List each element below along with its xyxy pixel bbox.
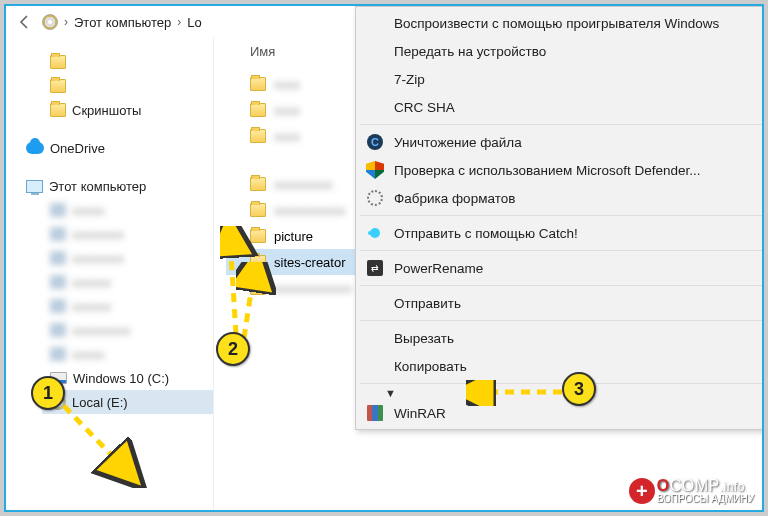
blank-icon — [366, 329, 384, 347]
ctx-label: Копировать — [394, 359, 467, 374]
ctx-label: Отправить с помощью Catch! — [394, 226, 578, 241]
ctx-label: WinRAR — [394, 406, 446, 421]
tree-item-drive-e[interactable]: Local (E:) — [42, 390, 213, 414]
file-name: picture — [274, 229, 313, 244]
folder-icon — [250, 103, 266, 117]
onedrive-icon — [26, 142, 44, 154]
blank-icon — [366, 98, 384, 116]
ctx-send-to[interactable]: Отправить — [356, 289, 764, 317]
tree-item-screenshots[interactable]: Скриншоты — [42, 98, 213, 122]
file-name: sites-creator — [274, 255, 346, 270]
ctx-powerrename[interactable]: ⇄PowerRename — [356, 254, 764, 282]
breadcrumb[interactable]: › Этот компьютер › Lo — [42, 14, 202, 30]
ctx-cut[interactable]: Вырезать — [356, 324, 764, 352]
tree-label: xxxxxx — [72, 299, 111, 314]
tree-label: xxxxxxxxx — [72, 323, 131, 338]
annotation-marker-2: 2 — [216, 332, 250, 366]
tree-label: Local (E:) — [72, 395, 128, 410]
separator — [360, 285, 763, 286]
folder-icon — [250, 77, 266, 91]
tree-label: xxxxx — [72, 203, 105, 218]
watermark: + OCOMP.info вопросы админу — [629, 478, 754, 504]
chevron-right-icon: › — [64, 15, 68, 29]
blank-icon — [366, 14, 384, 32]
nav-tree: Скриншоты OneDrive Этот компьютер xxxxx … — [6, 38, 214, 510]
tree-item[interactable]: xxxxxx — [42, 294, 213, 318]
tree-item-onedrive[interactable]: OneDrive — [18, 136, 213, 160]
file-name: xxxx — [274, 103, 300, 118]
ctx-label: Отправить — [394, 296, 461, 311]
file-name: xxxxxxxxxxx — [274, 203, 346, 218]
tree-item[interactable]: xxxxx — [42, 198, 213, 222]
file-name: xxxxxxxxxxxx — [274, 281, 352, 296]
winrar-icon — [366, 404, 384, 422]
tree-item-drive-c[interactable]: Windows 10 (C:) — [42, 366, 213, 390]
tree-item-this-pc[interactable]: Этот компьютер — [18, 174, 213, 198]
folder-icon — [250, 203, 266, 217]
folder-icon — [250, 129, 266, 143]
blank-icon — [366, 294, 384, 312]
breadcrumb-this-pc[interactable]: Этот компьютер — [74, 15, 171, 30]
chevron-left-icon — [16, 13, 34, 31]
nav-back-button[interactable] — [14, 11, 36, 33]
ctx-defender-scan[interactable]: Проверка с использованием Microsoft Defe… — [356, 156, 764, 184]
ctx-winrar[interactable]: WinRAR — [356, 399, 764, 427]
gear-icon — [366, 189, 384, 207]
folder-icon — [250, 229, 266, 243]
plus-icon: + — [629, 478, 655, 504]
breadcrumb-root[interactable] — [42, 14, 58, 30]
tree-item[interactable]: xxxxxxxx — [42, 222, 213, 246]
folder-icon — [250, 255, 266, 269]
context-menu: Воспроизвести с помощью проигрывателя Wi… — [355, 6, 764, 430]
folder-icon — [250, 281, 266, 295]
tree-label: OneDrive — [50, 141, 105, 156]
tree-label: Windows 10 (C:) — [73, 371, 169, 386]
file-name: xxxx — [274, 77, 300, 92]
tree-label: Скриншоты — [72, 103, 141, 118]
ctx-copy[interactable]: Копировать — [356, 352, 764, 380]
ctx-label: Вырезать — [394, 331, 454, 346]
annotation-marker-3: 3 — [562, 372, 596, 406]
blank-icon — [366, 70, 384, 88]
separator — [360, 320, 763, 321]
chevron-right-icon: › — [177, 15, 181, 29]
defender-icon — [366, 161, 384, 179]
tree-item[interactable]: xxxxxxxx — [42, 246, 213, 270]
separator — [360, 250, 763, 251]
blank-icon — [366, 357, 384, 375]
catch-icon — [366, 224, 384, 242]
folder-icon — [50, 103, 66, 117]
ctx-cast-device[interactable]: Передать на устройство — [356, 37, 764, 65]
tree-item[interactable]: xxxxxxxxx — [42, 318, 213, 342]
ctx-label: Уничтожение файла — [394, 135, 522, 150]
ctx-crc-sha[interactable]: CRC SHA — [356, 93, 764, 121]
ctx-file-destroy[interactable]: CУничтожение файла — [356, 128, 764, 156]
ctx-play-wmp[interactable]: Воспроизвести с помощью проигрывателя Wi… — [356, 9, 764, 37]
ctx-7zip[interactable]: 7-Zip — [356, 65, 764, 93]
tree-item[interactable]: xxxxx — [42, 342, 213, 366]
watermark-tagline: вопросы админу — [657, 494, 754, 504]
folder-icon — [50, 55, 66, 69]
tree-item[interactable] — [42, 50, 213, 74]
blank-icon — [366, 42, 384, 60]
ctx-send-catch[interactable]: Отправить с помощью Catch! — [356, 219, 764, 247]
breadcrumb-drive[interactable]: Lo — [187, 15, 201, 30]
tree-label: xxxxx — [72, 347, 105, 362]
disc-icon — [42, 14, 58, 30]
ctx-label: Фабрика форматов — [394, 191, 515, 206]
ctx-label: Передать на устройство — [394, 44, 546, 59]
ctx-format-factory[interactable]: Фабрика форматов — [356, 184, 764, 212]
tree-item[interactable] — [42, 74, 213, 98]
ctx-label: CRC SHA — [394, 100, 455, 115]
shred-icon: C — [366, 133, 384, 151]
file-name: xxxxxxxxx — [274, 177, 333, 192]
folder-icon — [50, 79, 66, 93]
tree-item[interactable]: xxxxxx — [42, 270, 213, 294]
tree-label: xxxxxxxx — [72, 227, 124, 242]
tree-label: xxxxxxxx — [72, 251, 124, 266]
separator — [360, 124, 763, 125]
expand-menu-chevron[interactable]: ▼ — [356, 387, 764, 399]
separator — [360, 383, 763, 384]
pc-icon — [26, 180, 43, 193]
ctx-label: Проверка с использованием Microsoft Defe… — [394, 163, 701, 178]
